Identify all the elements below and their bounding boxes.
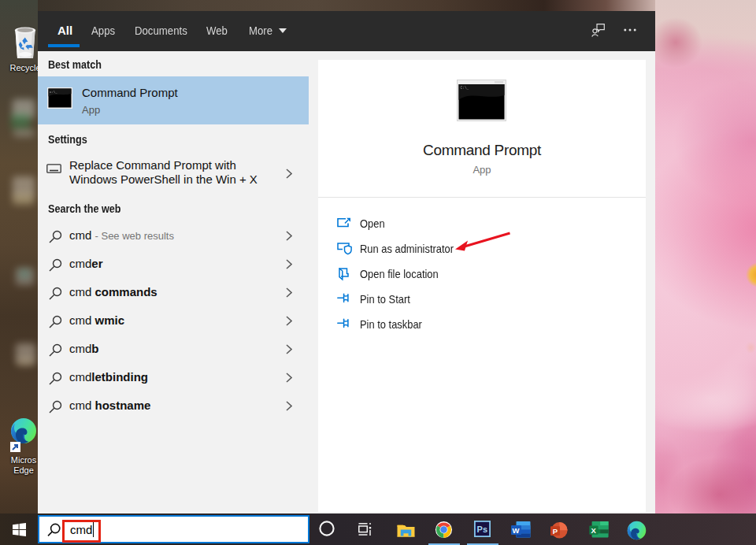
svg-text:X: X bbox=[591, 526, 597, 535]
svg-text:C:\_: C:\_ bbox=[461, 86, 469, 90]
svg-text:P: P bbox=[553, 527, 558, 536]
svg-text:W: W bbox=[513, 526, 520, 535]
svg-text:C:\_: C:\_ bbox=[50, 91, 57, 94]
svg-text:Ps: Ps bbox=[477, 525, 487, 534]
